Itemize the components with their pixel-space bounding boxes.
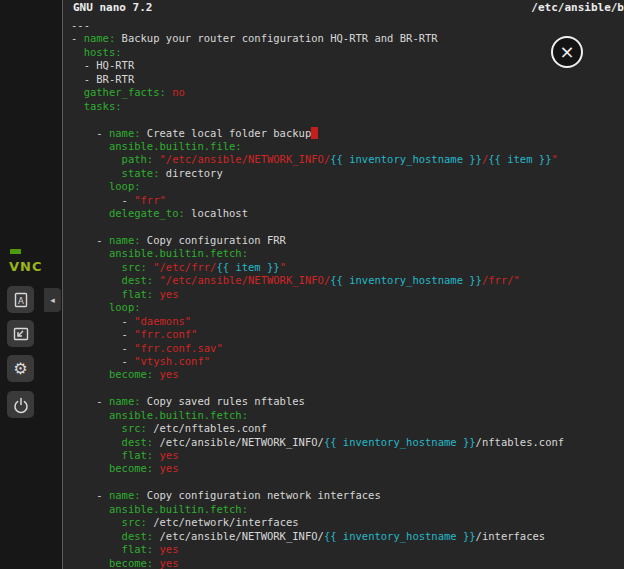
code-segment: /etc/ansible/NETWORK_INFO/ — [153, 530, 324, 542]
editor-line: - "frr.conf" — [71, 328, 624, 341]
code-segment: "daemons" — [134, 315, 191, 327]
editor-content[interactable]: ---- name: Backup your router configurat… — [63, 16, 624, 569]
code-segment: name: — [109, 395, 141, 407]
code-segment — [71, 436, 122, 448]
code-segment: - — [71, 234, 109, 246]
code-segment: src: — [122, 516, 147, 528]
power-button[interactable] — [7, 391, 34, 418]
editor-line: become: yes — [71, 368, 624, 381]
editor-line: flat: yes — [71, 449, 624, 462]
code-segment: hosts: — [84, 46, 122, 58]
code-segment — [71, 274, 122, 286]
code-segment: "frr" — [134, 194, 166, 206]
code-segment: name: — [109, 489, 141, 501]
screen: VNC ◂ A ⚙ — [0, 0, 624, 569]
code-segment: gather_facts: — [84, 86, 166, 98]
code-segment: no — [172, 86, 185, 98]
chevron-left-icon: ◂ — [50, 295, 55, 305]
editor-line — [71, 382, 624, 395]
code-segment: tasks: — [84, 100, 122, 112]
code-segment: /nftables.conf — [476, 436, 565, 448]
code-segment: path: — [122, 153, 154, 165]
editor-line: - "frr.conf.sav" — [71, 342, 624, 355]
code-segment: yes — [160, 543, 179, 555]
code-segment — [71, 180, 109, 192]
editor-line: flat: yes — [71, 543, 624, 556]
code-segment: become: — [109, 462, 153, 474]
editor-line: path: "/etc/ansible/NETWORK_INFO/{{ inve… — [71, 153, 624, 166]
code-segment: name: — [109, 234, 141, 246]
code-segment: yes — [160, 368, 179, 380]
code-segment — [71, 503, 109, 515]
editor-line — [71, 113, 624, 126]
code-segment: " — [551, 153, 557, 165]
code-segment: flat: — [122, 449, 154, 461]
close-button[interactable]: × — [551, 36, 583, 68]
code-segment: "frr.conf.sav" — [134, 342, 223, 354]
code-segment: state: — [122, 167, 160, 179]
code-segment: dest: — [122, 436, 154, 448]
code-segment: become: — [109, 557, 153, 569]
code-segment — [71, 449, 122, 461]
code-segment: name: — [84, 32, 116, 44]
fullscreen-icon — [12, 325, 30, 343]
code-segment — [71, 261, 122, 273]
code-segment: /etc/nftables.conf — [147, 422, 267, 434]
code-segment — [71, 100, 84, 112]
editor-line — [71, 221, 624, 234]
code-segment: src: — [122, 422, 147, 434]
code-segment: --- — [71, 19, 90, 31]
editor-line: gather_facts: no — [71, 86, 624, 99]
editor-line: tasks: — [71, 100, 624, 113]
code-segment: become: — [109, 368, 153, 380]
code-segment: yes — [160, 462, 179, 474]
code-segment: {{ inventory_hostname }} — [324, 436, 476, 448]
clipboard-button[interactable]: A — [7, 286, 34, 313]
code-segment — [71, 368, 109, 380]
code-segment: {{ item }} — [488, 153, 551, 165]
code-segment — [71, 207, 109, 219]
editor-line: - "frr" — [71, 194, 624, 207]
code-segment — [71, 301, 109, 313]
open-file-path: /etc/ansible/b — [531, 0, 624, 16]
editor-line: - name: Copy configuration FRR — [71, 234, 624, 247]
editor-line: become: yes — [71, 462, 624, 475]
settings-button[interactable]: ⚙ — [7, 355, 34, 382]
editor-line: delegate_to: localhost — [71, 207, 624, 220]
code-segment: " — [280, 261, 286, 273]
code-segment: Backup your router configuration HQ-RTR … — [115, 32, 437, 44]
editor-line: ansible.builtin.fetch: — [71, 503, 624, 516]
code-segment: directory — [160, 167, 223, 179]
editor-line: dest: /etc/ansible/NETWORK_INFO/{{ inven… — [71, 530, 624, 543]
editor-line: hosts: — [71, 46, 624, 59]
code-segment: /etc/ansible/NETWORK_INFO/ — [153, 436, 324, 448]
code-segment — [71, 422, 122, 434]
code-segment: {{ item }} — [216, 261, 279, 273]
code-segment: - — [71, 315, 134, 327]
code-segment: dest: — [122, 274, 154, 286]
code-segment: "frr.conf" — [134, 328, 197, 340]
code-segment — [71, 516, 122, 528]
code-segment: delegate_to: — [109, 207, 185, 219]
code-segment: "/etc/ansible/NETWORK_INFO/ — [160, 274, 331, 286]
code-segment — [71, 530, 122, 542]
code-segment: yes — [160, 288, 179, 300]
code-segment: /frr/" — [482, 274, 520, 286]
clipboard-icon: A — [12, 291, 30, 309]
code-segment: - — [71, 32, 84, 44]
code-segment: dest: — [122, 530, 154, 542]
code-segment: Copy configuration network interfaces — [141, 489, 381, 501]
control-bar-collapse-handle[interactable]: ◂ — [44, 288, 61, 312]
code-segment — [71, 86, 84, 98]
code-segment: /etc/network/interfaces — [147, 516, 299, 528]
code-segment: - — [71, 328, 134, 340]
code-segment: Create local folder backup — [141, 127, 312, 139]
code-segment — [71, 462, 109, 474]
editor-line: src: "/etc/frr/{{ item }}" — [71, 261, 624, 274]
code-segment: - — [71, 194, 134, 206]
fullscreen-button[interactable] — [7, 320, 34, 347]
code-segment — [71, 288, 122, 300]
editor-line: - "vtysh.conf" — [71, 355, 624, 368]
vnc-logo-text: VNC — [9, 259, 42, 274]
code-segment: flat: — [122, 288, 154, 300]
